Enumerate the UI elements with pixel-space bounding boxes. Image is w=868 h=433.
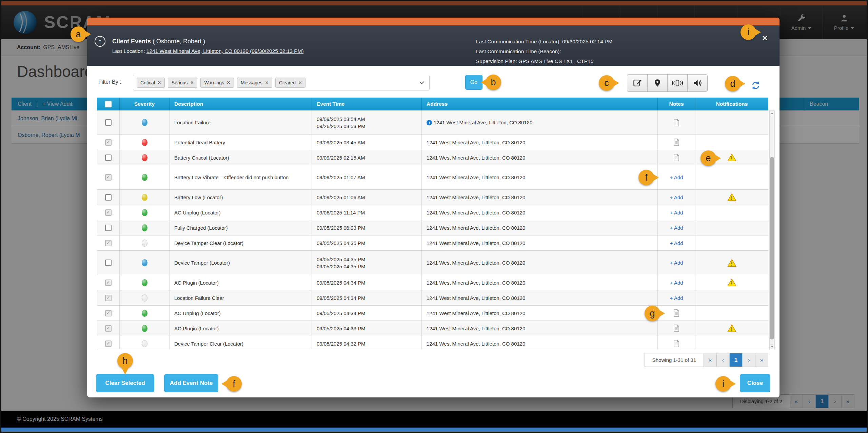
table-scrollbar[interactable]: ▲ ▼ <box>769 110 775 349</box>
row-checkbox[interactable] <box>105 139 112 146</box>
event-address: 1241 West Mineral Ave, Littleton, CO 801… <box>427 295 525 301</box>
edit-note-button[interactable] <box>627 75 647 91</box>
row-checkbox[interactable] <box>105 225 112 231</box>
event-time-header[interactable]: Event Time <box>312 98 421 110</box>
communication-info: Last Communication Time (Locator): 09/30… <box>476 37 612 66</box>
event-row: Battery Low Vibrate – Offender did not p… <box>97 165 768 190</box>
filter-chip[interactable]: Critical✕ <box>137 78 165 88</box>
sound-button[interactable] <box>687 75 707 91</box>
warning-triangle-icon <box>727 279 736 287</box>
event-row: Device Tamper Clear (Locator)09/05/2025 … <box>97 336 768 349</box>
warning-triangle-icon <box>727 324 736 332</box>
note-document-icon[interactable] <box>673 154 679 161</box>
note-document-icon[interactable] <box>673 325 679 332</box>
event-time: 09/05/2025 04:34 PM <box>317 294 365 302</box>
chip-remove-icon[interactable]: ✕ <box>298 80 302 85</box>
chip-remove-icon[interactable]: ✕ <box>265 80 269 85</box>
row-checkbox[interactable] <box>105 295 112 301</box>
add-note-link[interactable]: + Add <box>670 280 683 286</box>
row-checkbox[interactable] <box>105 119 112 126</box>
add-note-link[interactable]: + Add <box>670 194 683 200</box>
row-checkbox[interactable] <box>105 310 112 316</box>
notes-header[interactable]: Notes <box>657 98 695 110</box>
last-location-link[interactable]: 1241 West Mineral Ave, Littleton, CO 801… <box>146 48 304 54</box>
row-checkbox[interactable] <box>105 240 112 246</box>
client-name-link[interactable]: Osborne, Robert <box>156 38 201 45</box>
event-row: Battery Critical (Locator)09/09/2025 02:… <box>97 150 768 165</box>
callout-d: d <box>725 76 741 91</box>
chevron-down-icon[interactable] <box>419 81 425 85</box>
callout-f-bottom: f <box>226 376 242 392</box>
next-page-button[interactable]: › <box>743 353 755 367</box>
row-checkbox[interactable] <box>105 260 112 266</box>
warning-triangle-icon <box>727 259 736 267</box>
add-note-link[interactable]: + Add <box>670 174 683 180</box>
severity-dot-gray <box>142 294 147 302</box>
row-checkbox[interactable] <box>105 174 112 181</box>
row-checkbox[interactable] <box>105 325 112 332</box>
add-note-link[interactable]: + Add <box>670 295 683 301</box>
add-event-note-button[interactable]: Add Event Note <box>164 374 218 392</box>
notifications-header[interactable]: Notifications <box>695 98 768 110</box>
event-address: 1241 West Mineral Ave, Littleton, CO 801… <box>427 225 525 231</box>
scroll-up-arrow[interactable]: ▲ <box>770 111 774 116</box>
page-1-button[interactable]: 1 <box>730 353 743 367</box>
last-page-button[interactable]: » <box>755 353 768 367</box>
add-note-link[interactable]: + Add <box>670 240 683 246</box>
refresh-icon <box>751 81 761 90</box>
info-icon[interactable]: i <box>427 120 432 125</box>
up-arrow-circle-icon[interactable]: ↑ <box>95 36 105 47</box>
go-button[interactable]: Go <box>465 75 482 90</box>
event-address: 1241 West Mineral Ave, Littleton, CO 801… <box>427 326 525 331</box>
event-time: 09/05/2025 04:33 PM <box>317 325 365 332</box>
event-toolbar <box>627 74 708 92</box>
edit-note-icon <box>632 78 643 88</box>
clear-selected-button[interactable]: Clear Selected <box>96 374 154 392</box>
filter-chip[interactable]: Messages✕ <box>237 78 272 88</box>
chip-remove-icon[interactable]: ✕ <box>158 80 161 85</box>
address-header[interactable]: Address <box>421 98 657 110</box>
filter-chip[interactable]: Warnings✕ <box>200 78 234 88</box>
filter-multiselect[interactable]: Critical✕Serious✕Warnings✕Messages✕Clear… <box>133 75 430 90</box>
note-document-icon[interactable] <box>673 139 679 146</box>
add-note-link[interactable]: + Add <box>670 225 683 231</box>
event-row: AC Plugin (Locator)09/05/2025 04:33 PM12… <box>97 321 768 336</box>
note-document-icon[interactable] <box>673 340 679 347</box>
filter-chip[interactable]: Cleared✕ <box>275 78 305 88</box>
callout-a: a <box>71 26 86 42</box>
chip-remove-icon[interactable]: ✕ <box>190 80 194 85</box>
severity-dot-gray <box>142 340 147 347</box>
prev-page-button[interactable]: ‹ <box>717 353 730 367</box>
row-checkbox[interactable] <box>105 209 112 216</box>
events-table-body: Location Failure09/09/2025 03:54 AM09/26… <box>97 110 768 349</box>
row-checkbox[interactable] <box>105 154 112 161</box>
add-note-link[interactable]: + Add <box>670 210 683 215</box>
filter-chip[interactable]: Serious✕ <box>168 78 198 88</box>
add-note-link[interactable]: + Add <box>670 260 683 266</box>
map-location-button[interactable] <box>647 75 667 91</box>
modal-close-x[interactable]: ✕ <box>762 34 768 42</box>
first-page-button[interactable]: « <box>704 353 717 367</box>
event-row: Potential Dead Battery09/09/2025 03:45 A… <box>97 135 768 150</box>
event-description: Location Failure Clear <box>174 294 291 302</box>
severity-header[interactable]: Severity <box>119 98 169 110</box>
event-row: Location Failure Clear09/05/2025 04:34 P… <box>97 290 768 306</box>
event-time: 09/05/2025 04:34 PM <box>317 310 365 317</box>
severity-dot-blue <box>142 259 147 266</box>
close-button[interactable]: Close <box>740 374 770 392</box>
filter-chip-label: Serious <box>172 80 188 85</box>
scroll-down-arrow[interactable]: ▼ <box>770 344 774 349</box>
refresh-button[interactable] <box>751 81 761 90</box>
row-checkbox[interactable] <box>105 341 112 347</box>
note-document-icon[interactable] <box>673 309 679 317</box>
row-checkbox[interactable] <box>105 194 112 201</box>
select-all-checkbox[interactable] <box>105 101 112 107</box>
vibrate-device-button[interactable] <box>667 75 687 91</box>
note-document-icon[interactable] <box>673 119 679 126</box>
event-address: 1241 West Mineral Ave, Littleton, CO 801… <box>427 310 525 316</box>
description-header[interactable]: Description <box>169 98 312 110</box>
select-all-cell[interactable] <box>97 98 119 110</box>
scrollbar-thumb[interactable] <box>770 157 774 339</box>
row-checkbox[interactable] <box>105 280 112 286</box>
chip-remove-icon[interactable]: ✕ <box>227 80 230 85</box>
